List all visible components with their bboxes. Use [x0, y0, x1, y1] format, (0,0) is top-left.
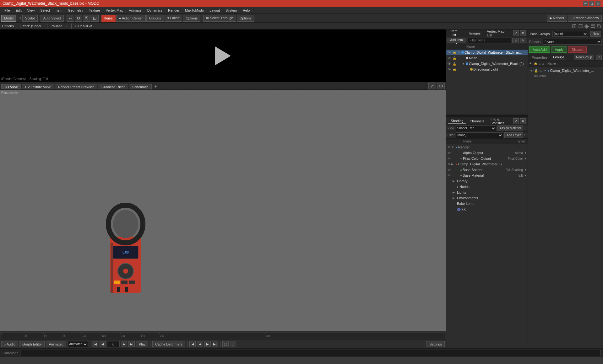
expand-view-btn[interactable]: ⤢ [428, 83, 436, 89]
close-button[interactable]: ✕ [595, 1, 600, 6]
menu-animate[interactable]: Animate [126, 8, 144, 13]
apply-button[interactable]: Apply [551, 46, 567, 53]
shading-row-nodes[interactable]: ▸ Nodes [446, 184, 528, 190]
tree-item-0[interactable]: 👁 🔓 ▼ Clamp_Digital_Wattmeter_Black_m... [446, 50, 528, 55]
maximize-button[interactable]: □ [589, 1, 594, 6]
graph-editor-button[interactable]: Graph Editor [19, 341, 45, 347]
tab-schematic[interactable]: Schematic [129, 84, 152, 89]
action-center-button[interactable]: ● Action Center [116, 15, 146, 22]
prev-frame-button[interactable]: ◀ [100, 341, 106, 347]
item-list-scrollbar[interactable] [446, 115, 528, 117]
effect-arrow-bs[interactable]: ▾ [525, 168, 526, 171]
effect-arrow-fc[interactable]: ▾ [525, 157, 526, 160]
rec-prev-btn[interactable]: ◀ [197, 341, 203, 347]
cache-deformers-button[interactable]: Cache Deformers [152, 341, 185, 347]
menu-geometry[interactable]: Geometry [65, 8, 85, 13]
options-button-2[interactable]: Options [183, 15, 200, 22]
passes-select[interactable]: (none) [543, 39, 602, 45]
shader-tree-select[interactable]: Shader Tree [456, 126, 496, 131]
eye-icon-1[interactable]: 👁 [448, 56, 452, 60]
transform-btn-4[interactable]: ⊡ [91, 15, 99, 22]
tree-item-1[interactable]: 👁 🔓 Mesh [446, 55, 528, 61]
menu-file[interactable]: File [2, 8, 13, 13]
tree-item-3[interactable]: 👁 🔓 Directional Light [446, 67, 528, 72]
eye-render[interactable]: 👁 [448, 146, 451, 149]
command-input[interactable] [21, 350, 600, 356]
new-group-btn[interactable]: New [590, 31, 601, 37]
add-layer-button[interactable]: Add Layer [504, 132, 523, 138]
extra-btn-1[interactable]: ⬚ [222, 341, 229, 347]
eye-clamp[interactable]: 👁 [448, 163, 451, 166]
lock-icon-0[interactable]: 🔓 [453, 51, 457, 54]
eye-icon-0[interactable]: 👁 [448, 51, 452, 54]
info-stats-tab[interactable]: Info & Statistics [488, 117, 512, 126]
panel-options-btn[interactable]: ⚙ [520, 30, 526, 36]
sculpt-button[interactable]: Sculpt [22, 15, 38, 22]
menu-help[interactable]: Help [240, 8, 253, 13]
shading-row-render[interactable]: 👁 ▼ ● Render [446, 144, 528, 150]
lock-icon-1[interactable]: 🔓 [453, 56, 457, 60]
effect-arrow-alpha[interactable]: ▾ [525, 151, 526, 154]
assign-material-button[interactable]: Assign Material [497, 126, 523, 131]
shading-row-finalcolor[interactable]: 👁 ─ Final Color Output Final Color ▾ [446, 156, 528, 161]
goto-start-button[interactable]: |◀ [92, 341, 98, 347]
audio-button[interactable]: ♪ Audio [1, 341, 18, 347]
menu-render[interactable]: Render [166, 8, 182, 13]
shading-row-lights[interactable]: ▶ Lights [446, 190, 528, 195]
shading-row-envs[interactable]: ▶ Environments [446, 195, 528, 201]
model-button[interactable]: Model [1, 15, 16, 22]
lock-icon-3[interactable]: 🔓 [453, 68, 457, 71]
expand-prop-btn[interactable]: ⤢ [596, 55, 602, 60]
transform-btn-2[interactable]: ↺ [75, 15, 82, 22]
filter-s-btn[interactable]: S [512, 38, 519, 43]
items-button[interactable]: Items [101, 15, 116, 22]
g-lock-0[interactable]: 🔒 [534, 69, 538, 72]
filter-f-btn[interactable]: F [520, 38, 526, 43]
auto-add-button[interactable]: Auto Add [529, 46, 550, 53]
transform-btn-1[interactable]: ↔ [67, 15, 74, 22]
eye-icon-2[interactable]: 👁 [448, 62, 452, 66]
play-button[interactable] [215, 46, 231, 65]
groups-tab[interactable]: Groups [551, 55, 567, 60]
tree-item-2[interactable]: 👁 🔓 ▼ Clamp_Digital_Wattmeter_Black (2) [446, 61, 528, 67]
pass-groups-select[interactable]: (none) [552, 31, 588, 37]
menu-maxtomodo[interactable]: MaxToModo [182, 8, 206, 13]
images-tab[interactable]: Images [467, 31, 483, 36]
timeline-ruler[interactable]: 0 25 50 75 100 125 150 [1, 332, 445, 339]
menu-dynamics[interactable]: Dynamics [145, 8, 165, 13]
options-button-1[interactable]: Options [146, 15, 164, 22]
channels-tab[interactable]: Channels [467, 119, 486, 124]
shading-row-library[interactable]: ▶ Library [446, 178, 528, 184]
next-frame-button[interactable]: ▶ [121, 341, 127, 347]
g-eye-0[interactable]: 👁 [530, 69, 534, 72]
filter-select[interactable]: (none) [456, 132, 503, 138]
tab-3d-view[interactable]: 3D View [1, 84, 21, 89]
eye-icon-3[interactable]: 👁 [448, 67, 452, 71]
shading-row-alpha[interactable]: 👁 ─ Alpha Output Alpha ▾ [446, 150, 528, 156]
shading-row-basematerial[interactable]: 👁 ● Base Material (all) ▾ [446, 173, 528, 178]
vertex-map-list-tab[interactable]: Vertex Map List [484, 29, 512, 38]
shading-row-clamp[interactable]: 👁 ▶ ● Clamp_Digital_Wattmeter_B... [446, 161, 528, 167]
shading-row-bake[interactable]: Bake Items [446, 201, 528, 206]
menu-system[interactable]: System [223, 8, 240, 13]
shading-tab[interactable]: Shading [448, 118, 466, 124]
goto-end-button[interactable]: ▶| [128, 341, 135, 347]
settings-button[interactable]: Settings [426, 341, 445, 347]
extra-btn-2[interactable]: ⬚ [230, 341, 236, 347]
render-button[interactable]: ▶ Render [547, 15, 567, 22]
minimize-button[interactable]: ─ [583, 1, 588, 6]
shading-options-btn[interactable]: ⚙ [520, 118, 526, 124]
view-options-btn[interactable]: ⚙ [437, 83, 445, 89]
animated-select[interactable]: Animated [68, 341, 88, 347]
shading-row-baseshader[interactable]: 👁 ● Base Shader Full Shading ▾ [446, 167, 528, 173]
tab-render-preset[interactable]: Render Preset Browser [55, 84, 97, 89]
expand-panel-btn[interactable]: ⤢ [513, 30, 519, 36]
frame-input[interactable] [107, 341, 120, 347]
view-icons[interactable]: ⊞ ⊟ ◈ ☰ ⧉ [572, 23, 601, 29]
menu-texture[interactable]: Texture [86, 8, 103, 13]
expand-shading-btn[interactable]: ⤢ [513, 118, 519, 124]
rec-start-btn[interactable]: |◀ [189, 341, 196, 347]
eye-bm[interactable]: 👁 [448, 174, 451, 177]
menu-item[interactable]: Item [53, 8, 65, 13]
lock-icon-2[interactable]: 🔓 [453, 62, 457, 66]
